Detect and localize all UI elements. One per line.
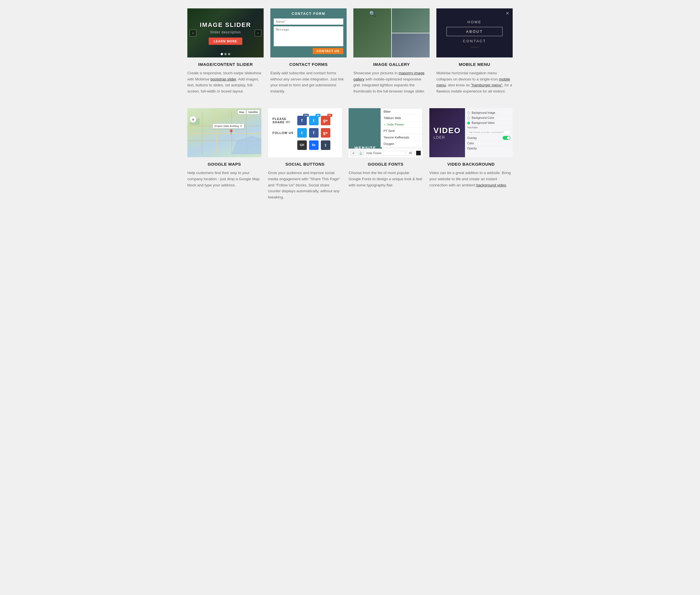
font-indie-flower[interactable]: ✓ Indie Flower — [381, 121, 422, 128]
slider-dot-3[interactable] — [228, 53, 230, 55]
social-follow-label: FOLLOW US — [273, 131, 295, 135]
radio-bg-video[interactable] — [467, 122, 470, 124]
bg-color-label: Background Color — [472, 116, 510, 119]
mobile-close-icon[interactable]: ✕ — [506, 11, 509, 16]
card-google-maps: Map Satellite ⊕ Empire State Building ✕ … — [187, 108, 261, 200]
facebook-icon: f — [301, 118, 303, 123]
video-option-bg-color[interactable]: Background Color — [467, 115, 510, 120]
svg-marker-7 — [232, 136, 261, 154]
mobile-nav-home[interactable]: HOME — [447, 18, 503, 26]
maps-preview: Map Satellite ⊕ Empire State Building ✕ … — [187, 108, 261, 157]
gallery-cell-1: 🔍 — [353, 8, 391, 57]
overlay-toggle[interactable] — [503, 136, 510, 140]
map-btn-map[interactable]: Map — [238, 110, 246, 114]
bootstrap-slider-link[interactable]: bootstrap slider — [211, 77, 236, 81]
radio-bg-image[interactable] — [467, 112, 470, 114]
twitter-count: 19 — [316, 114, 321, 117]
youtube-url-input[interactable] — [467, 130, 510, 135]
contact-message-input[interactable] — [274, 26, 343, 46]
gallery-search-icon: 🔍 — [369, 11, 376, 17]
slider-dot-2[interactable] — [224, 53, 226, 55]
mobile-menu-desc-2: , also know as — [446, 83, 471, 87]
video-settings-panel: Background Image Background Color Backgr… — [465, 108, 513, 157]
card-title-gallery: IMAGE GALLERY — [353, 62, 430, 67]
video-sub-text: LDER — [434, 135, 445, 140]
social-preview: PLEASESHARE IT! f 102 t 19 g+ 47 F — [268, 108, 342, 157]
slider-cta-button[interactable]: LEARN MORE — [209, 37, 242, 45]
mobile-nav-about[interactable]: ABOUT — [447, 27, 503, 36]
font-family-input[interactable] — [365, 151, 405, 155]
social-follow-googleplus[interactable]: g+ — [321, 128, 330, 138]
social-github[interactable]: GH — [297, 140, 307, 150]
background-video-link[interactable]: background video — [476, 183, 506, 187]
hamburger-menu-link[interactable]: "hamburger menu" — [471, 83, 502, 87]
bg-video-label: Background Video — [472, 121, 510, 124]
social-follow-twitter[interactable]: t — [297, 128, 307, 138]
follow-twitter-icon: t — [301, 131, 303, 135]
mobile-menu-preview: ✕ HOME ABOUT CONTACT — [436, 8, 513, 57]
behance-icon: Be — [312, 143, 316, 147]
social-tumblr[interactable]: t — [321, 140, 330, 150]
social-share-twitter[interactable]: t 19 — [309, 116, 319, 125]
fonts-toolbar: ≡ ⚓ — [349, 148, 423, 157]
card-title-contact: CONTACT FORMS — [270, 62, 347, 67]
slider-dots — [221, 53, 230, 55]
overlay-label: Overlay — [467, 137, 501, 140]
font-bitter[interactable]: Bitter — [381, 109, 422, 115]
mobile-nav-contact[interactable]: CONTACT — [447, 37, 503, 46]
gallery-cell-3 — [392, 33, 430, 58]
card-title-maps: GOOGLE MAPS — [187, 162, 261, 167]
slider-preview: ‹ IMAGE SLIDER Slider description LEARN … — [187, 8, 264, 57]
fonts-dropdown[interactable]: Bitter Titillium Web ✓ Indie Flower PT S… — [381, 108, 423, 147]
github-icon: GH — [300, 143, 304, 147]
social-share-facebook[interactable]: f 102 — [297, 116, 307, 125]
card-desc-maps: Help customers find their way to your co… — [187, 170, 261, 188]
font-align-icon[interactable]: ≡ — [350, 150, 356, 156]
youtube-section-label: YouTube — [467, 125, 510, 130]
video-left-content: VIDEO LDER — [429, 108, 465, 157]
card-title-mobile-menu: MOBILE MENU — [436, 62, 513, 67]
font-link-icon[interactable]: ⚓ — [357, 150, 364, 156]
fonts-desc-text: Choose from the list of most popular Goo… — [349, 171, 422, 187]
social-share-googleplus[interactable]: g+ 47 — [321, 116, 330, 125]
font-check-icon: ✓ — [384, 123, 386, 126]
video-option-bg-video[interactable]: Background Video — [467, 120, 510, 125]
map-pin-close[interactable]: ✕ — [240, 125, 242, 128]
contact-desc-text: Easily add subscribe and contact forms w… — [270, 71, 344, 93]
font-pt-serif[interactable]: PT Serif — [381, 128, 422, 134]
font-yanone[interactable]: Yanone Kaffeesatz — [381, 134, 422, 141]
slider-arrow-right[interactable]: › — [254, 30, 261, 36]
video-option-bg-image[interactable]: Background Image — [467, 110, 510, 115]
tumblr-icon: t — [325, 143, 326, 147]
font-color-swatch[interactable] — [416, 150, 421, 155]
contact-submit-button[interactable]: CONTACT US — [313, 48, 343, 54]
map-controls: Map Satellite — [238, 110, 260, 114]
color-row: Color — [467, 141, 510, 146]
contact-name-input[interactable] — [274, 19, 343, 25]
map-btn-satellite[interactable]: Satellite — [246, 110, 260, 114]
font-titillium[interactable]: Titillium Web — [381, 115, 422, 121]
card-desc-social: Grow your audience and improve social me… — [268, 170, 342, 200]
slider-dot-1[interactable] — [221, 53, 223, 55]
card-desc-slider: Create a responsive, touch-swipe slidesh… — [187, 70, 264, 94]
googleplus-count: 47 — [327, 114, 332, 117]
card-image-gallery: 🔍 IMAGE GALLERY Showcase your pictures i… — [353, 8, 430, 94]
card-desc-contact: Easily add subscribe and contact forms w… — [270, 70, 347, 94]
map-roads-svg — [187, 108, 261, 157]
slider-arrow-left[interactable]: ‹ — [190, 30, 196, 36]
page-wrapper: ‹ IMAGE SLIDER Slider description LEARN … — [182, 0, 518, 223]
color-label: Color — [467, 142, 510, 145]
card-mobile-menu: ✕ HOME ABOUT CONTACT MOBILE MENU Mobiris… — [436, 8, 513, 94]
contact-preview: CONTACT FORM CONTACT US — [270, 8, 347, 57]
slider-content: IMAGE SLIDER Slider description LEARN MO… — [200, 21, 251, 45]
social-desc-text: Grow your audience and improve social me… — [268, 171, 340, 199]
radio-bg-color[interactable] — [467, 117, 470, 119]
contact-form-title: CONTACT FORM — [274, 12, 343, 16]
social-follow-facebook[interactable]: f — [309, 128, 319, 138]
card-desc-mobile-menu: Mobirise horizontal navigation menu coll… — [436, 70, 513, 94]
card-desc-video: Video can be a great addition to a websi… — [429, 170, 513, 188]
overlay-row: Overlay — [467, 135, 510, 141]
font-oxygen[interactable]: Oxygen — [381, 141, 422, 147]
social-behance[interactable]: Be — [309, 140, 319, 150]
font-size-input[interactable] — [406, 151, 415, 155]
